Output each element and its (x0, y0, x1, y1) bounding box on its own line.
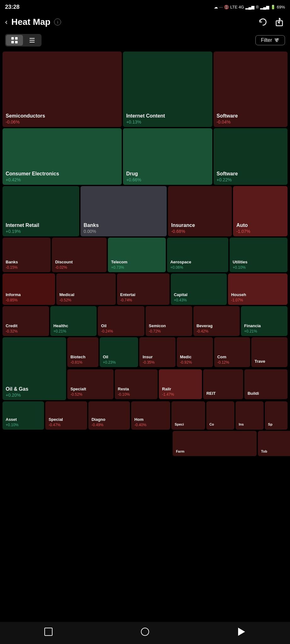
cell-diagnostics[interactable]: Diagno -0.49% (88, 401, 130, 430)
cell-pct: +0.19% (6, 229, 76, 234)
grid-icon (11, 37, 18, 44)
cell-name: Internet Retail (6, 222, 76, 228)
cell-speci[interactable]: Speci (171, 401, 205, 430)
cell-entertainment[interactable]: Entertai -0.74% (117, 273, 170, 305)
cell-beverage[interactable]: Beverag -0.42% (193, 306, 240, 336)
cell-reit[interactable]: REIT (203, 369, 243, 399)
cell-oil-gas[interactable]: Oil & Gas +0.20% (3, 337, 66, 400)
heatmap-row-1: Semiconductors -0.06% Internet Content +… (3, 52, 287, 127)
svg-rect-2 (15, 37, 18, 40)
cell-farm[interactable]: Farm (173, 431, 257, 456)
cell-aerospace[interactable]: Aerospace +0.06% (167, 238, 228, 272)
cell-restaurant[interactable]: Resta -0.10% (115, 369, 158, 399)
cell-insurance[interactable]: Insurance -0.68% (168, 186, 232, 236)
cell-name: Capital (174, 292, 224, 297)
cell-name: Utilities (233, 260, 284, 265)
cell-name: Medical (59, 292, 113, 297)
cell-semiconductors[interactable]: Semiconductors -0.06% (3, 52, 122, 127)
cell-internet-content[interactable]: Internet Content +0.13% (123, 52, 212, 127)
cell-auto[interactable]: Auto -1.07% (233, 186, 287, 236)
cell-biotech[interactable]: Biotech -0.81% (67, 337, 98, 367)
bottom-nav (0, 622, 290, 644)
cell-name: Buildi (248, 391, 284, 396)
heatmap-row-4: Banks -0.15% Discount -0.02% Telecom +0.… (3, 238, 287, 272)
cell-medic[interactable]: Medic -0.92% (177, 337, 213, 367)
cell-name: Software (217, 171, 284, 177)
square-icon (44, 628, 53, 636)
cell-ins[interactable]: Ins (236, 401, 264, 430)
cell-name: Asset (6, 417, 41, 422)
list-view-button[interactable] (24, 35, 41, 46)
heatmap-row-10: Farm Tob Oth Dru (173, 431, 290, 456)
cell-financial[interactable]: Financia +0.21% (241, 306, 287, 336)
cell-internet-retail[interactable]: Internet Retail +0.19% (3, 186, 79, 236)
cell-pct: -0.47% (48, 423, 84, 427)
cell-pct: -0.49% (92, 423, 127, 427)
cell-pct: -1.47% (162, 392, 199, 397)
cell-home[interactable]: Hom -0.40% (131, 401, 170, 430)
cell-pct: -0.10% (118, 392, 155, 397)
lte-icon: LTE 4G (230, 5, 244, 9)
nav-square-button[interactable] (43, 626, 54, 637)
cell-capital[interactable]: Capital +0.43% (171, 273, 227, 305)
header-left: ‹ Heat Map i (5, 17, 61, 27)
cell-special[interactable]: Special -0.47% (45, 401, 87, 430)
cell-pct: 0.00% (84, 229, 164, 234)
cell-building[interactable]: Buildi (244, 369, 287, 399)
cell-name: Consumer Electronics (6, 171, 119, 177)
battery-icon: 🔋 (270, 5, 276, 9)
cell-pct: +0.20% (6, 393, 63, 398)
cell-insur[interactable]: Insur -0.35% (139, 337, 176, 367)
refresh-button[interactable] (257, 16, 269, 28)
cell-discount[interactable]: Discount -0.02% (52, 238, 107, 272)
cell-name: REIT (206, 391, 240, 396)
cell-pct: +0.06% (170, 265, 225, 270)
cell-software-2[interactable]: Software +0.22% (214, 128, 287, 185)
info-icon[interactable]: i (54, 19, 61, 25)
cell-healthcare[interactable]: Healthc +0.21% (50, 306, 97, 336)
share-button[interactable] (274, 16, 285, 28)
filter-button[interactable]: Filter (255, 35, 285, 45)
cell-banks-1[interactable]: Banks 0.00% (81, 186, 167, 236)
cell-name: Insurance (171, 222, 229, 228)
cell-medical[interactable]: Medical -0.52% (56, 273, 116, 305)
nav-back-button[interactable] (236, 626, 247, 637)
cell-pct: +0.42% (6, 177, 119, 182)
cell-informa[interactable]: Informa -0.85% (3, 273, 55, 305)
cell-oil-1[interactable]: Oil -0.24% (98, 306, 144, 336)
nav-home-button[interactable] (139, 626, 151, 637)
grid-view-button[interactable] (6, 35, 23, 46)
cell-name: Credit (6, 323, 46, 328)
cell-credit[interactable]: Credit -0.32% (3, 306, 49, 336)
cell-tobacco[interactable]: Tob (258, 431, 290, 456)
cell-pct: -0.42% (197, 329, 237, 333)
cell-co[interactable]: Co (206, 401, 234, 430)
cell-banks-2[interactable]: Banks -0.15% (3, 238, 51, 272)
cell-pct: -0.15% (6, 265, 47, 270)
heatmap-row-7: Oil & Gas +0.20% Biotech -0.81% Oil +0.2… (3, 337, 287, 400)
cell-pct: +0.21% (53, 329, 94, 333)
cell-name: Healthc (53, 323, 94, 328)
back-button[interactable]: ‹ (5, 18, 8, 26)
header: ‹ Heat Map i (0, 14, 290, 31)
cell-telecom[interactable]: Telecom +0.73% (108, 238, 166, 272)
cell-railroad[interactable]: Railr -1.47% (159, 369, 202, 399)
cell-specialty[interactable]: Specialt -0.52% (67, 369, 114, 399)
cell-household[interactable]: Househ -1.07% (228, 273, 287, 305)
cell-software-1[interactable]: Software -0.04% (214, 52, 287, 127)
cell-name: Speci (175, 422, 202, 427)
toolbar: Filter (0, 31, 290, 50)
cell-pct: +0.10% (233, 265, 284, 270)
cell-drug[interactable]: Drug +0.66% (123, 128, 212, 185)
cell-semicon[interactable]: Semicon -0.72% (146, 306, 192, 336)
cell-pct: +0.10% (6, 423, 41, 427)
cell-com[interactable]: Com -0.12% (214, 337, 250, 367)
heatmap-container: Semiconductors -0.06% Internet Content +… (0, 50, 290, 457)
cell-sp[interactable]: Sp (265, 401, 287, 430)
cell-name: Specialt (70, 387, 110, 392)
cell-oil-2[interactable]: Oil +0.23% (100, 337, 138, 367)
cell-utilities[interactable]: Utilities +0.10% (230, 238, 287, 272)
cell-travel[interactable]: Trave (251, 337, 287, 367)
cell-consumer-electronics[interactable]: Consumer Electronics +0.42% (3, 128, 122, 185)
cell-asset[interactable]: Asset +0.10% (3, 401, 44, 430)
